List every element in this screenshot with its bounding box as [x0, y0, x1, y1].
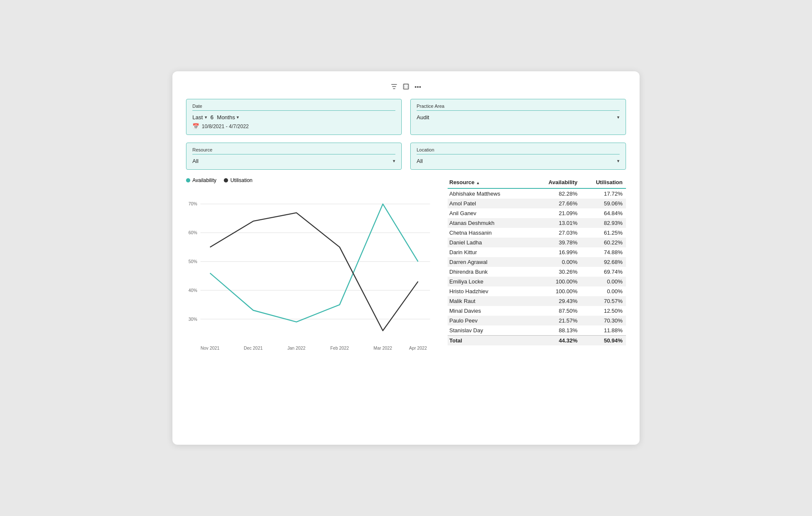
filters-row-2: Resource All ▾ Location All ▾	[186, 143, 626, 170]
availability-cell: 87.50%	[533, 306, 581, 316]
availability-cell: 29.43%	[533, 296, 581, 306]
svg-text:60%: 60%	[189, 230, 197, 235]
resource-cell: Minal Davies	[448, 306, 533, 316]
availability-cell: 100.00%	[533, 286, 581, 296]
availability-cell: 30.26%	[533, 267, 581, 277]
utilisation-cell: 70.30%	[581, 316, 626, 325]
utilisation-cell: 17.72%	[581, 188, 626, 199]
utilisation-column-header[interactable]: Utilisation	[581, 177, 626, 188]
svg-text:Nov 2021: Nov 2021	[200, 346, 220, 351]
date-filter-label: Date	[192, 104, 395, 111]
availability-cell: 82.28%	[533, 188, 581, 199]
table-header-row: Resource ▲ Availability Utilisation	[448, 177, 626, 188]
availability-legend: Availability	[186, 177, 216, 183]
svg-text:Feb 2022: Feb 2022	[330, 346, 349, 351]
more-icon[interactable]: •••	[414, 83, 421, 91]
last-select[interactable]: Last ▾	[192, 114, 207, 121]
practice-area-label: Practice Area	[417, 104, 620, 111]
utilisation-cell: 69.74%	[581, 267, 626, 277]
utilisation-cell: 92.68%	[581, 257, 626, 267]
table-row: Dhirendra Bunk 30.26% 69.74%	[448, 267, 626, 277]
svg-text:70%: 70%	[189, 202, 197, 206]
resource-cell: Darin Kittur	[448, 247, 533, 257]
date-range: 📅 10/8/2021 - 4/7/2022	[192, 123, 395, 129]
availability-cell: 21.57%	[533, 316, 581, 325]
resource-cell: Anil Ganev	[448, 208, 533, 218]
utilisation-cell: 0.00%	[581, 277, 626, 286]
availability-dot	[186, 178, 190, 182]
location-select[interactable]: All ▾	[417, 158, 620, 164]
filters-row-1: Date Last ▾ 6 Months ▾ 📅 10/8/2021 - 4/7…	[186, 99, 626, 135]
chart-legend: Availability Utilisation	[186, 177, 434, 183]
resource-filter-controls: All ▾	[192, 158, 395, 164]
utilisation-line	[210, 213, 418, 331]
resource-value: All	[192, 158, 198, 164]
utilisation-cell: 12.50%	[581, 306, 626, 316]
resource-column-header[interactable]: Resource ▲	[448, 177, 533, 188]
total-row: Total 44.32% 50.94%	[448, 336, 626, 346]
period-chevron: ▾	[237, 115, 239, 120]
svg-text:40%: 40%	[189, 288, 197, 293]
date-value: 6	[211, 114, 214, 121]
resource-cell: Paulo Peev	[448, 316, 533, 325]
table-row: Stanislav Day 88.13% 11.88%	[448, 325, 626, 336]
practice-area-value: Audit	[417, 114, 429, 121]
sort-asc-icon: ▲	[476, 181, 480, 185]
total-label: Total	[448, 336, 533, 346]
availability-column-header[interactable]: Availability	[533, 177, 581, 188]
utilisation-cell: 60.22%	[581, 238, 626, 247]
table-row: Malik Raut 29.43% 70.57%	[448, 296, 626, 306]
availability-cell: 13.01%	[533, 218, 581, 228]
availability-cell: 27.03%	[533, 228, 581, 238]
resource-select[interactable]: All ▾	[192, 158, 395, 164]
availability-cell: 27.66%	[533, 199, 581, 208]
chart-area: 70% 60% 50% 40% 30% Nov 2021 Dec 2021 Ja	[186, 188, 434, 367]
utilisation-cell: 82.93%	[581, 218, 626, 228]
availability-cell: 88.13%	[533, 325, 581, 336]
expand-icon[interactable]	[403, 83, 409, 91]
table-row: Darren Agrawal 0.00% 92.68%	[448, 257, 626, 267]
table-row: Darin Kittur 16.99% 74.88%	[448, 247, 626, 257]
svg-text:Apr 2022: Apr 2022	[409, 346, 427, 351]
availability-cell: 100.00%	[533, 277, 581, 286]
total-availability: 44.32%	[533, 336, 581, 346]
availability-cell: 0.00%	[533, 257, 581, 267]
table-body: Abhishake Matthews 82.28% 17.72% Amol Pa…	[448, 188, 626, 345]
table-row: Emiliya Locke 100.00% 0.00%	[448, 277, 626, 286]
table-row: Atanas Deshmukh 13.01% 82.93%	[448, 218, 626, 228]
location-value: All	[417, 158, 423, 164]
availability-legend-label: Availability	[192, 177, 216, 183]
resource-cell: Malik Raut	[448, 296, 533, 306]
resource-cell: Stanislav Day	[448, 325, 533, 336]
practice-area-select[interactable]: Audit ▾	[417, 114, 620, 121]
table-row: Chetna Hassanin 27.03% 61.25%	[448, 228, 626, 238]
filter-icon[interactable]	[391, 83, 398, 91]
utilisation-legend: Utilisation	[224, 177, 252, 183]
table-row: Abhishake Matthews 82.28% 17.72%	[448, 188, 626, 199]
resource-cell: Daniel Ladha	[448, 238, 533, 247]
practice-area-chevron: ▾	[617, 115, 620, 120]
resource-cell: Emiliya Locke	[448, 277, 533, 286]
utilisation-cell: 0.00%	[581, 286, 626, 296]
practice-area-filter: Practice Area Audit ▾	[410, 99, 626, 135]
utilisation-cell: 70.57%	[581, 296, 626, 306]
utilisation-cell: 11.88%	[581, 325, 626, 336]
svg-text:50%: 50%	[189, 259, 197, 264]
availability-cell: 16.99%	[533, 247, 581, 257]
resource-cell: Amol Patel	[448, 199, 533, 208]
resource-chevron: ▾	[393, 158, 395, 164]
date-range-text: 10/8/2021 - 4/7/2022	[202, 123, 249, 129]
svg-text:Jan 2022: Jan 2022	[288, 346, 306, 351]
last-chevron: ▾	[205, 115, 207, 120]
utilisation-cell: 59.06%	[581, 199, 626, 208]
availability-line	[210, 204, 418, 322]
availability-cell: 21.09%	[533, 208, 581, 218]
date-filter: Date Last ▾ 6 Months ▾ 📅 10/8/2021 - 4/7…	[186, 99, 402, 135]
svg-text:30%: 30%	[189, 317, 197, 322]
location-filter-label: Location	[417, 147, 620, 154]
table-row: Daniel Ladha 39.78% 60.22%	[448, 238, 626, 247]
utilisation-dot	[224, 178, 228, 182]
location-filter-controls: All ▾	[417, 158, 620, 164]
right-panel: Resource ▲ Availability Utilisation A	[448, 177, 626, 367]
period-select[interactable]: Months ▾	[217, 114, 240, 121]
